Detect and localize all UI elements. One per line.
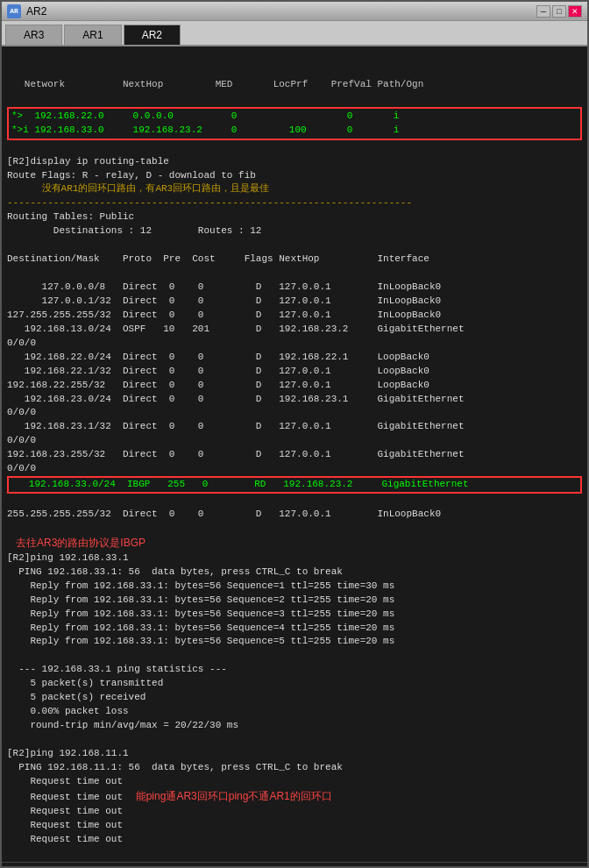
route-192-168-22-255: 192.168.22.255/32 Direct 0 0 D 127.0.0.1… <box>7 380 429 390</box>
blank2 <box>7 267 13 278</box>
terminal-output: Network NextHop MED LocPrf PrefVal Path/… <box>7 50 582 862</box>
bgp-table-header: Network NextHop MED LocPrf PrefVal Path/… <box>7 78 582 92</box>
ping1-tx: 5 packet(s) transmitted <box>7 678 163 688</box>
close-button[interactable]: ✕ <box>568 5 582 18</box>
route-192-168-23-255: 192.168.23.255/32 Direct 0 0 D 127.0.0.1… <box>7 449 465 459</box>
route-192-168-23-0-cont: 0/0/0 <box>7 407 36 417</box>
ping2-header: PING 192.168.11.1: 56 data bytes, press … <box>7 762 343 772</box>
ping2-timeout4: Request time out <box>7 820 123 830</box>
ping1-rx: 5 packet(s) received <box>7 692 145 702</box>
ping1-stats-header: --- 192.168.33.1 ping statistics --- <box>7 664 227 674</box>
ping1-reply5: Reply from 192.168.33.1: bytes=56 Sequen… <box>7 636 394 646</box>
route-192-168-23-1: 192.168.23.1/32 Direct 0 0 D 127.0.0.1 G… <box>7 421 465 431</box>
ping1-header: PING 192.168.33.1: 56 data bytes, press … <box>7 566 343 577</box>
blank4 <box>7 650 13 660</box>
ping2-timeout5: Request time out <box>7 834 123 844</box>
ping1-loss: 0.00% packet loss <box>7 706 129 716</box>
ping1-rtt: round-trip min/avg/max = 20/22/30 ms <box>7 720 238 730</box>
blank5 <box>7 734 13 744</box>
window-controls: ─ □ ✕ <box>536 5 582 18</box>
annotation-bgp: 没有AR1的回环口路由，有AR3回环口路由，且是最佳 <box>7 183 269 194</box>
blank6 <box>7 848 13 858</box>
route-127-0: 127.0.0.0/8 Direct 0 0 D 127.0.0.1 InLoo… <box>7 281 441 292</box>
route-255: 255.255.255.255/32 Direct 0 0 D 127.0.0.… <box>7 509 441 519</box>
route-192-168-22-0: 192.168.22.0/24 Direct 0 0 D 192.168.22.… <box>7 352 429 362</box>
display-cmd: [R2]display ip routing-table <box>7 156 169 167</box>
main-window: AR AR2 ─ □ ✕ AR3 AR1 AR2 Network NextHop… <box>0 0 589 868</box>
title-bar: AR AR2 ─ □ ✕ <box>2 2 587 21</box>
minimize-button[interactable]: ─ <box>536 5 550 18</box>
bgp-table-rows: *> 192.168.22.0 0.0.0.0 0 0 i *>i 192.16… <box>7 107 582 140</box>
route-192-168-13-cont: 0/0/0 <box>7 338 36 348</box>
routing-tables-label: Routing Tables: Public <box>7 211 134 222</box>
ping1-cmd: [R2]ping 192.168.33.1 <box>7 552 129 563</box>
route-127-1: 127.0.0.1/32 Direct 0 0 D 127.0.0.1 InLo… <box>7 295 441 306</box>
dst-header: Destination/Mask Proto Pre Cost Flags Ne… <box>7 253 429 264</box>
ping2-timeout2: Request time out 能ping通AR3回环口ping不通AR1的回… <box>7 792 332 802</box>
dashed-line: ----------------------------------------… <box>7 197 412 208</box>
ping1-reply4: Reply from 192.168.33.1: bytes=56 Sequen… <box>7 623 394 633</box>
app-icon: AR <box>7 4 21 18</box>
ping2-cmd: [R2]ping 192.168.11.1 <box>7 748 129 758</box>
route-127-255: 127.255.255.255/32 Direct 0 0 D 127.0.0.… <box>7 309 441 320</box>
ibgp-route-highlight: 192.168.33.0/24 IBGP 255 0 RD 192.168.23… <box>7 476 582 494</box>
route-flags: Route Flags: R - relay, D - download to … <box>7 170 256 181</box>
tab-ar1[interactable]: AR1 <box>64 25 121 45</box>
status-bar <box>2 862 587 866</box>
ping1-reply2: Reply from 192.168.33.1: bytes=56 Sequen… <box>7 594 394 605</box>
terminal-content[interactable]: Network NextHop MED LocPrf PrefVal Path/… <box>2 46 587 862</box>
blank3 <box>7 523 13 533</box>
ping2-timeout3: Request time out <box>7 806 123 816</box>
tab-bar: AR3 AR1 AR2 <box>2 21 587 46</box>
blank1 <box>7 239 13 250</box>
route-192-168-13: 192.168.13.0/24 OSPF 10 201 D 192.168.23… <box>7 324 465 334</box>
window-title: AR2 <box>26 5 536 18</box>
route-192-168-23-0: 192.168.23.0/24 Direct 0 0 D 192.168.23.… <box>7 394 465 404</box>
ibgp-annotation: 去往AR3的路由协议是IBGP <box>7 537 145 549</box>
route-192-168-23-1-cont: 0/0/0 <box>7 435 36 445</box>
ping2-timeout1: Request time out <box>7 776 123 786</box>
destinations-routes: Destinations : 12 Routes : 12 <box>7 225 261 236</box>
tab-ar2[interactable]: AR2 <box>124 25 181 45</box>
ping1-reply3: Reply from 192.168.33.1: bytes=56 Sequen… <box>7 608 394 619</box>
ping1-reply1: Reply from 192.168.33.1: bytes=56 Sequen… <box>7 580 394 591</box>
route-192-168-23-255-cont: 0/0/0 <box>7 463 36 473</box>
route-192-168-22-1: 192.168.22.1/32 Direct 0 0 D 127.0.0.1 L… <box>7 366 429 376</box>
tab-ar3[interactable]: AR3 <box>5 25 62 45</box>
maximize-button[interactable]: □ <box>552 5 566 18</box>
